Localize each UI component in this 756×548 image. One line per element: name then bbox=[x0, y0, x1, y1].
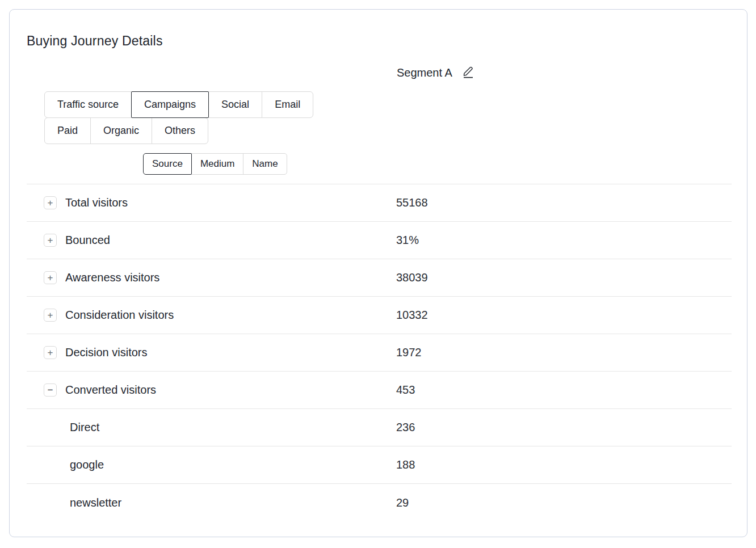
table-row-consideration-visitors: + Consideration visitors 10332 bbox=[27, 297, 732, 334]
row-value: 1972 bbox=[396, 346, 422, 359]
expand-icon[interactable]: + bbox=[44, 346, 57, 359]
panel-title: Buying Journey Details bbox=[27, 33, 163, 49]
expand-icon[interactable]: + bbox=[44, 309, 57, 322]
expand-icon[interactable]: + bbox=[44, 234, 57, 247]
table-row-converted-visitors: − Converted visitors 453 bbox=[27, 372, 732, 409]
segment-name: Segment A bbox=[397, 66, 452, 79]
row-label: Direct bbox=[70, 421, 99, 434]
tab-name[interactable]: Name bbox=[243, 153, 287, 175]
row-label: Total visitors bbox=[65, 196, 128, 209]
filter-tabs: Traffic source Campaigns Social Email Pa… bbox=[44, 91, 313, 144]
row-label: Converted visitors bbox=[65, 383, 156, 397]
tab-medium[interactable]: Medium bbox=[191, 153, 243, 175]
edit-segment-button[interactable] bbox=[462, 65, 474, 80]
table-row-newsletter: newsletter 29 bbox=[27, 484, 732, 521]
row-value: 29 bbox=[396, 496, 409, 509]
tab-source[interactable]: Source bbox=[143, 153, 192, 175]
segment-header: Segment A bbox=[397, 65, 474, 80]
tab-paid[interactable]: Paid bbox=[44, 117, 91, 144]
tab-organic[interactable]: Organic bbox=[90, 117, 152, 144]
tab-campaigns[interactable]: Campaigns bbox=[131, 91, 209, 118]
tab-others[interactable]: Others bbox=[152, 117, 208, 144]
attribute-tab-group: Source Medium Name bbox=[143, 153, 287, 175]
table-row-bounced: + Bounced 31% bbox=[27, 222, 732, 259]
table-row-google: google 188 bbox=[27, 446, 732, 484]
collapse-icon[interactable]: − bbox=[44, 383, 57, 397]
tab-email[interactable]: Email bbox=[262, 91, 313, 118]
row-label: newsletter bbox=[70, 496, 121, 509]
row-label: Consideration visitors bbox=[65, 309, 174, 322]
row-value: 236 bbox=[396, 421, 415, 434]
tab-traffic-source[interactable]: Traffic source bbox=[44, 91, 132, 118]
row-label: Bounced bbox=[65, 234, 110, 247]
row-value: 38039 bbox=[396, 271, 428, 284]
buying-journey-card: Buying Journey Details Segment A Traffic… bbox=[9, 9, 747, 537]
row-label: Decision visitors bbox=[65, 346, 147, 359]
campaign-type-tab-group: Paid Organic Others bbox=[44, 117, 313, 144]
row-label: Awareness visitors bbox=[65, 271, 159, 284]
expand-icon[interactable]: + bbox=[44, 196, 57, 209]
row-value: 188 bbox=[396, 458, 415, 471]
row-value: 31% bbox=[396, 234, 419, 247]
row-value: 453 bbox=[396, 383, 415, 397]
tab-social[interactable]: Social bbox=[208, 91, 262, 118]
table-row-direct: Direct 236 bbox=[27, 409, 732, 446]
pencil-line-icon bbox=[462, 65, 474, 80]
dimension-tab-group: Traffic source Campaigns Social Email bbox=[44, 91, 313, 118]
row-value: 10332 bbox=[396, 309, 428, 322]
table-row-decision-visitors: + Decision visitors 1972 bbox=[27, 334, 732, 372]
row-label: google bbox=[70, 458, 104, 471]
metrics-table: + Total visitors 55168 + Bounced 31% + A… bbox=[27, 184, 732, 521]
table-row-total-visitors: + Total visitors 55168 bbox=[27, 184, 732, 222]
expand-icon[interactable]: + bbox=[44, 271, 57, 284]
table-row-awareness-visitors: + Awareness visitors 38039 bbox=[27, 259, 732, 297]
row-value: 55168 bbox=[396, 196, 428, 209]
